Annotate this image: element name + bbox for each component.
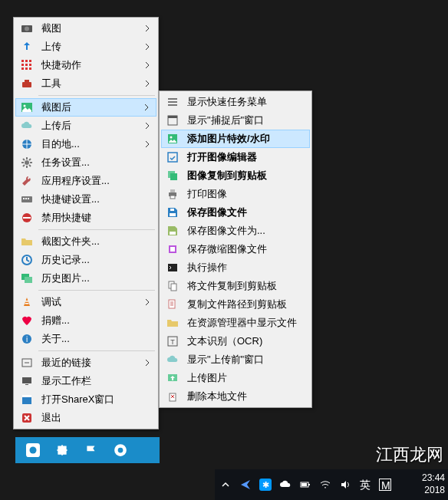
svg-rect-45 (170, 173, 177, 180)
chevron-right-icon (143, 358, 152, 367)
submenu-item-save-as[interactable]: 保存图像文件为... (161, 222, 310, 240)
submenu-item-delete-local[interactable]: 删除本地文件 (161, 387, 310, 406)
svg-rect-11 (22, 82, 31, 87)
menu-item-debug[interactable]: 调试 (15, 293, 156, 311)
menu-item-tools[interactable]: 工具 (15, 74, 156, 93)
clock-date: 2018 (422, 485, 445, 497)
submenu-item-show-after-capture-window[interactable]: 显示"捕捉后"窗口 (161, 111, 310, 130)
send-icon[interactable] (239, 479, 252, 491)
menu-item-recent-links[interactable]: 最近的链接 (15, 354, 156, 372)
submenu-item-open-editor[interactable]: 打开图像编辑器 (161, 148, 310, 166)
submenu-item-show-in-explorer[interactable]: 在资源管理器中显示文件 (161, 314, 310, 332)
menu-item-upload[interactable]: 上传 (15, 38, 156, 56)
svg-rect-5 (21, 64, 24, 66)
star-icon[interactable]: ✱ (259, 479, 272, 491)
keyboard-icon (18, 192, 35, 207)
svg-rect-20 (28, 198, 29, 199)
svg-rect-10 (29, 67, 31, 70)
menu-item-disable-hotkeys[interactable]: 禁用快捷键 (15, 209, 156, 227)
menu-item-open-sharex[interactable]: 打开ShareX窗口 (15, 390, 156, 409)
heart-icon (18, 313, 35, 328)
submenu-item-save-thumbnail[interactable]: 保存微缩图像文件 (161, 240, 310, 258)
copy-image-icon (164, 168, 181, 183)
menu-item-after-capture[interactable]: 截图后 (15, 98, 156, 117)
ime-indicator[interactable]: 英 (359, 479, 371, 491)
toolbox-icon (18, 76, 35, 91)
svg-rect-50 (170, 209, 174, 211)
menu-item-donate[interactable]: 捐赠... (15, 311, 156, 330)
submenu-item-print[interactable]: 打印图像 (161, 185, 310, 203)
svg-rect-51 (170, 232, 176, 235)
menu-item-capture[interactable]: 截图 (15, 19, 156, 38)
submenu-item-copy-file[interactable]: 将文件复制到剪贴板 (161, 277, 310, 295)
close-icon (18, 410, 35, 426)
menu-label: 最近的链接 (35, 356, 143, 370)
menu-label: 截图文件夹... (35, 235, 156, 248)
onedrive-icon[interactable] (279, 479, 292, 491)
menu-item-image-history[interactable]: 历史图片... (15, 269, 156, 288)
svg-rect-22 (23, 217, 31, 219)
submenu-item-copy-path[interactable]: 复制文件路径到剪贴板 (161, 295, 310, 314)
menu-item-task-settings[interactable]: 任务设置... (15, 153, 156, 172)
svg-rect-25 (25, 277, 32, 283)
submenu-label: 复制文件路径到剪贴板 (181, 298, 310, 311)
taskbar-clock[interactable]: 23:44 2018 (422, 472, 448, 496)
menu-item-hotkey-settings[interactable]: 快捷键设置... (15, 190, 156, 209)
menu-item-quick-actions[interactable]: 快捷动作 (15, 56, 156, 74)
submenu-item-upload-image[interactable]: 上传图片 (161, 369, 310, 387)
chrome-tray-icon[interactable] (114, 443, 127, 457)
svg-text:i: i (26, 335, 28, 344)
menu-item-history[interactable]: 历史记录... (15, 251, 156, 269)
submenu-item-copy-image[interactable]: 图像复制到剪贴板 (161, 166, 310, 185)
ime-mode-indicator[interactable]: M (379, 479, 391, 491)
submenu-item-before-upload-window[interactable]: 显示"上传前"窗口 (161, 350, 310, 369)
taskbar-tray: ✱ 英 M (219, 479, 391, 491)
svg-rect-53 (170, 247, 175, 252)
submenu-item-ocr[interactable]: T 文本识别（OCR) (161, 332, 310, 350)
menu-label: 历史记录... (35, 253, 156, 267)
submenu-item-run-actions[interactable]: 执行操作 (161, 258, 310, 277)
info-icon: i (18, 331, 35, 347)
puzzle-tray-icon[interactable] (55, 443, 69, 457)
delete-icon (164, 389, 181, 404)
chevron-right-icon (143, 298, 152, 307)
menu-separator (38, 229, 155, 230)
after-capture-submenu: 显示快速任务菜单 显示"捕捉后"窗口 添加图片特效/水印 打开图像编辑器 图像复… (159, 90, 312, 408)
editor-icon (164, 150, 181, 165)
svg-rect-34 (22, 395, 31, 397)
menu-separator (38, 350, 155, 351)
svg-rect-38 (168, 104, 177, 106)
volume-icon[interactable] (339, 479, 351, 491)
battery-icon[interactable] (299, 479, 311, 491)
save-as-icon (164, 223, 181, 238)
wifi-icon[interactable] (319, 479, 331, 491)
menu-item-app-settings[interactable]: 应用程序设置... (15, 172, 156, 190)
chevron-up-icon[interactable] (219, 479, 232, 491)
svg-rect-7 (29, 64, 31, 66)
svg-point-42 (170, 137, 173, 139)
menu-item-destinations[interactable]: 目的地... (15, 135, 156, 153)
svg-point-16 (25, 160, 29, 165)
menu-item-exit[interactable]: 退出 (15, 409, 156, 427)
svg-rect-8 (21, 67, 24, 70)
printer-icon (164, 186, 181, 202)
flag-tray-icon[interactable] (84, 443, 98, 457)
submenu-label: 将文件复制到剪贴板 (181, 279, 310, 293)
image-icon (18, 100, 35, 115)
menu-label: 显示工作栏 (35, 374, 156, 388)
watermark-text: 江西龙网 (376, 443, 443, 466)
submenu-item-add-effects-watermark[interactable]: 添加图片特效/水印 (161, 130, 310, 148)
submenu-item-save[interactable]: 保存图像文件 (161, 203, 310, 222)
svg-rect-6 (25, 64, 28, 66)
chevron-right-icon (143, 79, 152, 88)
menu-label: 上传 (35, 40, 143, 54)
menu-item-after-upload[interactable]: 上传后 (15, 117, 156, 135)
svg-rect-61 (170, 393, 176, 401)
svg-rect-9 (25, 67, 28, 70)
svg-text:✱: ✱ (262, 480, 269, 489)
sharex-tray-icon[interactable] (26, 443, 40, 457)
submenu-item-show-quick-tasks[interactable]: 显示快速任务菜单 (161, 93, 310, 111)
menu-item-screenshots-folder[interactable]: 截图文件夹... (15, 232, 156, 251)
menu-item-about[interactable]: i 关于... (15, 330, 156, 348)
menu-item-show-toolbar[interactable]: 显示工作栏 (15, 372, 156, 390)
